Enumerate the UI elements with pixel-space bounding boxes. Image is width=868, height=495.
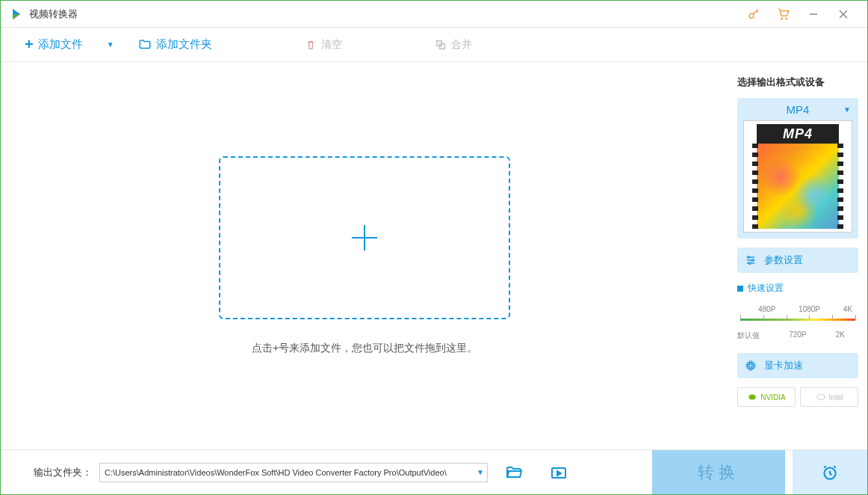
schedule-button[interactable]	[793, 450, 867, 495]
params-label: 参数设置	[764, 253, 803, 267]
titlebar: 视频转换器	[1, 1, 867, 28]
output-path-field[interactable]: C:\Users\Administrator\Videos\WonderFox …	[99, 463, 488, 482]
chevron-down-icon: ▼	[477, 468, 484, 476]
close-icon[interactable]	[828, 1, 858, 28]
svg-rect-16	[748, 363, 754, 369]
merge-label: 合并	[451, 38, 472, 52]
intel-icon	[816, 392, 826, 402]
toolbar: + 添加文件 ▼ 添加文件夹 清空 合并	[1, 28, 867, 62]
bottombar: 输出文件夹： C:\Users\Administrator\Videos\Won…	[1, 449, 867, 494]
key-icon[interactable]	[739, 1, 769, 28]
dropzone-hint: 点击+号来添加文件，您也可以把文件拖到这里。	[252, 342, 477, 355]
sidebar-title: 选择输出格式或设备	[737, 76, 858, 89]
cart-icon[interactable]	[769, 1, 799, 28]
preset-1080p: 1080P	[799, 305, 820, 313]
svg-point-14	[751, 259, 754, 262]
preset-2k: 2K	[836, 330, 845, 341]
content-area: 点击+号来添加文件，您也可以把文件拖到这里。	[1, 62, 728, 449]
add-file-dropdown[interactable]: ▼	[107, 40, 114, 49]
video-folder-icon	[550, 464, 568, 482]
square-icon	[737, 286, 743, 292]
chip-icon	[745, 360, 757, 372]
sidebar: 选择输出格式或设备 MP4 ▼ MP4 参数设置 快速设置	[728, 62, 867, 449]
dropzone[interactable]	[219, 156, 510, 319]
svg-point-1	[781, 18, 783, 19]
preset-480p: 480P	[758, 305, 775, 313]
open-folder-button[interactable]	[495, 459, 533, 486]
intel-label: Intel	[829, 393, 843, 402]
resolution-slider[interactable]: 480P 1080P 4K 默认值 720P 2K	[737, 305, 858, 344]
gpu-accel-button[interactable]: 显卡加速	[737, 353, 858, 378]
nvidia-badge[interactable]: NVIDIA	[737, 387, 796, 407]
nvidia-label: NVIDIA	[760, 393, 785, 402]
format-label: MP4	[787, 103, 810, 116]
svg-point-2	[786, 18, 787, 19]
plus-big-icon	[346, 219, 383, 256]
nvidia-icon	[747, 392, 757, 402]
add-folder-button[interactable]: 添加文件夹	[138, 37, 212, 52]
chevron-down-icon: ▼	[843, 105, 851, 114]
svg-rect-17	[749, 364, 752, 367]
preset-4k: 4K	[843, 305, 852, 313]
thumb-label: MP4	[757, 126, 839, 142]
add-folder-label: 添加文件夹	[156, 37, 212, 52]
svg-point-13	[748, 256, 750, 259]
output-label: 输出文件夹：	[34, 466, 92, 479]
params-button[interactable]: 参数设置	[737, 248, 858, 273]
svg-point-15	[748, 262, 751, 265]
minimize-icon[interactable]	[799, 1, 828, 28]
merge-button[interactable]: 合并	[435, 38, 472, 52]
format-thumb: MP4	[743, 120, 852, 233]
preset-default: 默认值	[737, 330, 760, 341]
add-file-label: 添加文件	[38, 37, 83, 52]
format-head: MP4 ▼	[737, 98, 858, 120]
plus-icon: +	[25, 36, 34, 53]
convert-label: 转换	[698, 461, 740, 484]
gpu-label: 显卡加速	[764, 359, 803, 372]
intel-badge[interactable]: Intel	[800, 387, 858, 407]
clear-button[interactable]: 清空	[305, 38, 342, 52]
format-selector[interactable]: MP4 ▼ MP4	[737, 98, 858, 239]
svg-point-0	[749, 13, 754, 18]
output-path-text: C:\Users\Administrator\Videos\WonderFox …	[105, 468, 447, 477]
quick-settings-label: 快速设置	[737, 282, 858, 295]
main: 点击+号来添加文件，您也可以把文件拖到这里。 选择输出格式或设备 MP4 ▼ M…	[1, 62, 867, 449]
app-title: 视频转换器	[29, 7, 78, 21]
svg-point-26	[816, 395, 825, 400]
clear-label: 清空	[321, 38, 342, 52]
app-logo-icon	[10, 7, 23, 21]
video-folder-button[interactable]	[540, 459, 577, 486]
sliders-icon	[745, 254, 757, 266]
quick-label-text: 快速设置	[748, 282, 784, 295]
clock-icon	[820, 463, 840, 482]
convert-button[interactable]: 转换	[652, 450, 785, 495]
add-file-button[interactable]: + 添加文件	[25, 36, 83, 53]
gpu-vendors: NVIDIA Intel	[737, 387, 858, 407]
folder-open-icon	[505, 464, 523, 482]
preset-720p: 720P	[789, 330, 806, 341]
